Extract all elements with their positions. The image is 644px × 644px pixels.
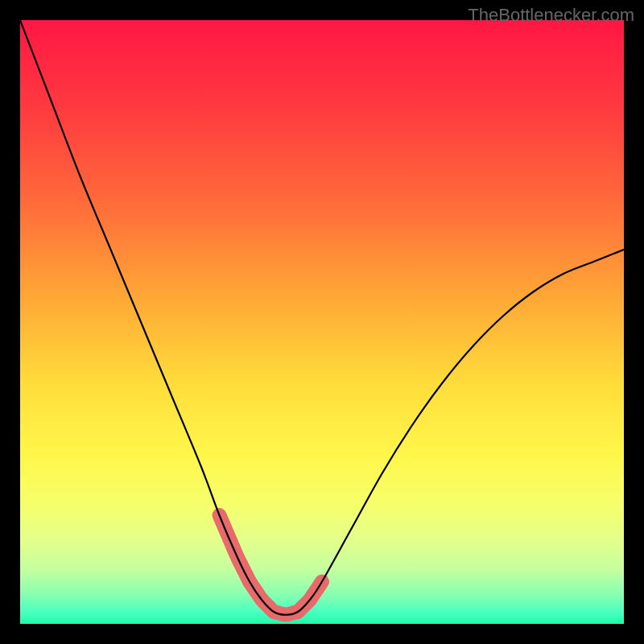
gradient-background xyxy=(20,20,624,624)
chart-svg xyxy=(20,20,624,624)
watermark-text: TheBottlenecker.com xyxy=(468,5,634,26)
chart-area xyxy=(20,20,624,624)
